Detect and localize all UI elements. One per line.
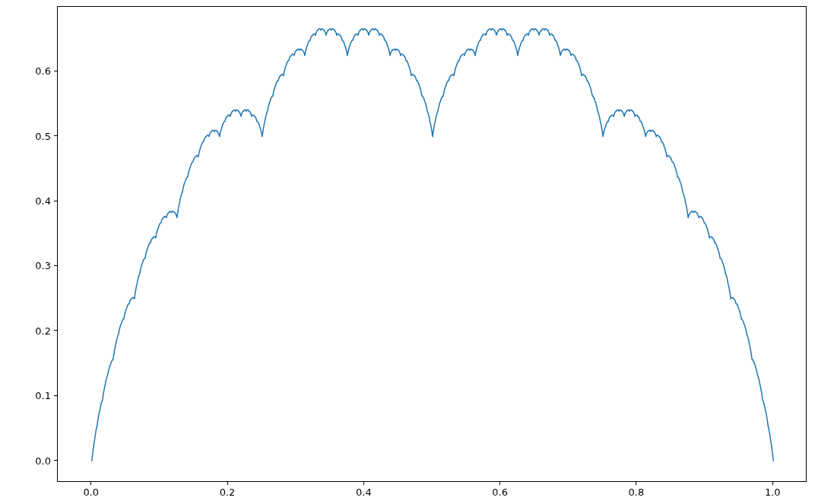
ytick-mark [54,330,57,331]
line-series [92,29,773,461]
xtick-mark [499,482,500,485]
ytick-label: 0.5 [35,130,51,141]
plot-svg [58,7,807,483]
ytick-label: 0.6 [35,65,51,77]
xtick-label: 0.4 [356,487,372,498]
ytick-label: 0.1 [35,390,51,401]
ytick-mark [54,395,57,396]
ytick-label: 0.3 [35,260,51,271]
xtick-mark [772,482,773,485]
xtick-label: 1.0 [765,487,781,498]
xtick-mark [227,482,228,485]
xtick-label: 0.2 [220,487,236,498]
plot-axes [57,6,807,482]
xtick-mark [363,482,364,485]
figure: 0.00.20.40.60.81.0 0.00.10.20.30.40.50.6 [0,0,815,504]
ytick-mark [54,201,57,201]
ytick-mark [54,135,57,136]
xtick-label: 0.8 [629,487,645,498]
xtick-mark [90,482,91,485]
xtick-mark [636,482,636,485]
xtick-label: 0.0 [83,487,99,498]
ytick-label: 0.4 [35,195,51,207]
ytick-label: 0.2 [35,325,51,336]
ytick-mark [54,460,57,461]
ytick-mark [54,71,57,71]
ytick-label: 0.0 [35,455,51,466]
ytick-mark [54,265,57,266]
xtick-label: 0.6 [492,487,508,498]
